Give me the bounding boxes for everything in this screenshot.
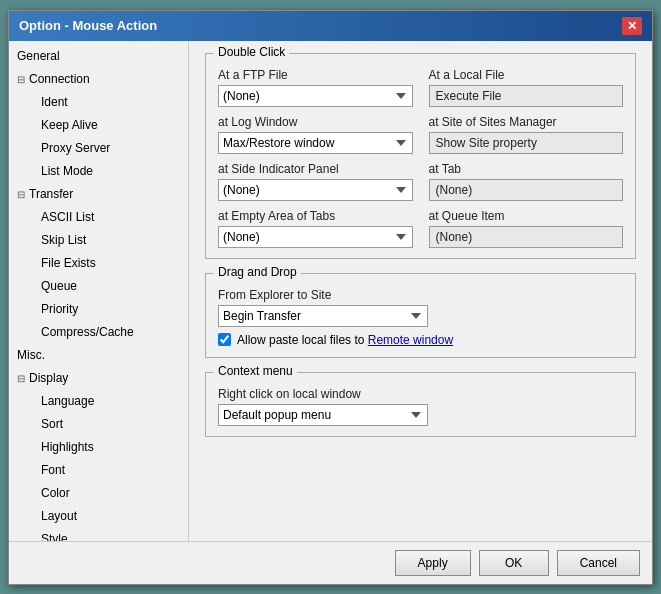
context-menu-section: Context menu Right click on local window…	[205, 372, 636, 437]
sidebar-item-compresscache[interactable]: Compress/Cache	[9, 321, 188, 344]
from-explorer-select[interactable]: Begin Transfer (None)	[218, 305, 428, 327]
sidebar-item-layout[interactable]: Layout	[9, 505, 188, 528]
from-explorer-group: From Explorer to Site Begin Transfer (No…	[218, 288, 623, 327]
sidebar-item-listmode[interactable]: List Mode	[9, 160, 188, 183]
at-queue-item-label: at Queue Item	[429, 209, 624, 223]
sidebar-item-font[interactable]: Font	[9, 459, 188, 482]
dialog-footer: Apply OK Cancel	[9, 541, 652, 584]
from-explorer-label: From Explorer to Site	[218, 288, 623, 302]
sidebar-item-asciilist[interactable]: ASCII List	[9, 206, 188, 229]
at-tab-value: (None)	[429, 179, 624, 201]
expand-icon-display: ⊟	[17, 369, 29, 388]
sidebar-item-display[interactable]: ⊟Display	[9, 367, 188, 390]
at-log-window-select[interactable]: Max/Restore window (None)	[218, 132, 413, 154]
drag-drop-label: Drag and Drop	[214, 265, 301, 279]
at-side-indicator-group: at Side Indicator Panel (None)	[218, 162, 413, 201]
at-empty-area-group: at Empty Area of Tabs (None)	[218, 209, 413, 248]
dialog-title: Option - Mouse Action	[19, 18, 157, 33]
double-click-label: Double Click	[214, 45, 289, 59]
apply-button[interactable]: Apply	[395, 550, 471, 576]
sidebar-item-misc[interactable]: Misc.	[9, 344, 188, 367]
sidebar-item-fileexists[interactable]: File Exists	[9, 252, 188, 275]
at-queue-item-group: at Queue Item (None)	[429, 209, 624, 248]
expand-icon-connection: ⊟	[17, 70, 29, 89]
at-local-file-group: At a Local File Execute File	[429, 68, 624, 107]
at-site-manager-label: at Site of Sites Manager	[429, 115, 624, 129]
right-click-select[interactable]: Default popup menu (None)	[218, 404, 428, 426]
remote-window-link[interactable]: Remote window	[368, 333, 453, 347]
at-empty-area-label: at Empty Area of Tabs	[218, 209, 413, 223]
sidebar-item-proxyserver[interactable]: Proxy Server	[9, 137, 188, 160]
double-click-section: Double Click At a FTP File (None) At a L…	[205, 53, 636, 259]
at-queue-item-value: (None)	[429, 226, 624, 248]
dialog: Option - Mouse Action ✕ General⊟Connecti…	[8, 10, 653, 585]
sidebar-item-general[interactable]: General	[9, 45, 188, 68]
at-side-indicator-label: at Side Indicator Panel	[218, 162, 413, 176]
sidebar-item-style[interactable]: Style	[9, 528, 188, 541]
allow-paste-checkbox[interactable]	[218, 333, 231, 346]
drag-drop-section: Drag and Drop From Explorer to Site Begi…	[205, 273, 636, 358]
sidebar-item-ident[interactable]: Ident	[9, 91, 188, 114]
at-site-manager-group: at Site of Sites Manager Show Site prope…	[429, 115, 624, 154]
expand-icon-transfer: ⊟	[17, 185, 29, 204]
at-log-window-group: at Log Window Max/Restore window (None)	[218, 115, 413, 154]
sidebar-item-skiplist[interactable]: Skip List	[9, 229, 188, 252]
at-ftp-file-label: At a FTP File	[218, 68, 413, 82]
at-log-window-label: at Log Window	[218, 115, 413, 129]
sidebar-item-keepalive[interactable]: Keep Alive	[9, 114, 188, 137]
at-ftp-file-select[interactable]: (None)	[218, 85, 413, 107]
sidebar-item-queue[interactable]: Queue	[9, 275, 188, 298]
at-side-indicator-select[interactable]: (None)	[218, 179, 413, 201]
sidebar-item-sort[interactable]: Sort	[9, 413, 188, 436]
at-local-file-label: At a Local File	[429, 68, 624, 82]
right-click-label: Right click on local window	[218, 387, 623, 401]
title-bar: Option - Mouse Action ✕	[9, 11, 652, 41]
sidebar-item-connection[interactable]: ⊟Connection	[9, 68, 188, 91]
at-tab-label: at Tab	[429, 162, 624, 176]
main-content: Double Click At a FTP File (None) At a L…	[189, 41, 652, 541]
double-click-grid: At a FTP File (None) At a Local File Exe…	[218, 68, 623, 248]
at-ftp-file-group: At a FTP File (None)	[218, 68, 413, 107]
cancel-button[interactable]: Cancel	[557, 550, 640, 576]
at-site-manager-value: Show Site property	[429, 132, 624, 154]
sidebar-item-language[interactable]: Language	[9, 390, 188, 413]
sidebar: General⊟Connection Ident Keep Alive Prox…	[9, 41, 189, 541]
dialog-body: General⊟Connection Ident Keep Alive Prox…	[9, 41, 652, 541]
sidebar-item-highlights[interactable]: Highlights	[9, 436, 188, 459]
sidebar-item-priority[interactable]: Priority	[9, 298, 188, 321]
at-tab-group: at Tab (None)	[429, 162, 624, 201]
sidebar-item-transfer[interactable]: ⊟Transfer	[9, 183, 188, 206]
allow-paste-label: Allow paste local files to Remote window	[237, 333, 453, 347]
context-menu-label: Context menu	[214, 364, 297, 378]
allow-paste-row: Allow paste local files to Remote window	[218, 333, 623, 347]
at-empty-area-select[interactable]: (None)	[218, 226, 413, 248]
at-local-file-value: Execute File	[429, 85, 624, 107]
close-button[interactable]: ✕	[622, 17, 642, 35]
sidebar-item-color[interactable]: Color	[9, 482, 188, 505]
right-click-group: Right click on local window Default popu…	[218, 387, 623, 426]
ok-button[interactable]: OK	[479, 550, 549, 576]
